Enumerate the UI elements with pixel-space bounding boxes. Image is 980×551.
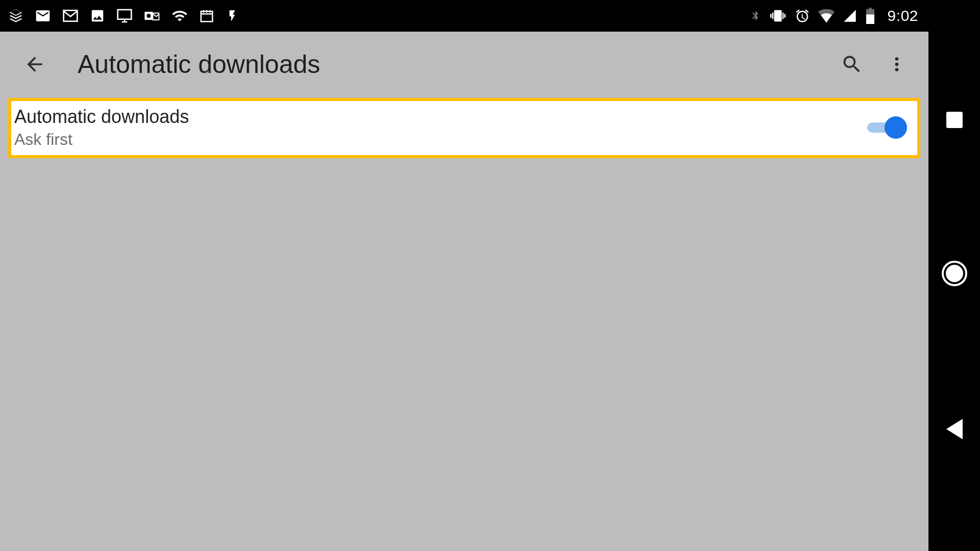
gmail-icon	[62, 8, 79, 24]
setting-title: Automatic downloads	[14, 105, 867, 129]
wifi-signal-icon	[818, 9, 835, 23]
calendar-icon	[199, 8, 214, 23]
back-nav-button[interactable]	[946, 419, 963, 439]
bolt-icon	[226, 8, 239, 23]
svg-rect-1	[118, 10, 132, 19]
automatic-downloads-row[interactable]: Automatic downloads Ask first	[8, 98, 920, 158]
search-icon	[841, 53, 863, 76]
stack-icon	[8, 8, 23, 23]
cell-signal-icon	[843, 9, 857, 23]
status-bar: 9:02	[0, 0, 928, 32]
more-vert-icon	[888, 53, 906, 76]
setting-subtitle: Ask first	[14, 129, 867, 151]
automatic-downloads-toggle[interactable]	[867, 116, 907, 139]
recents-button[interactable]	[946, 112, 963, 128]
navigation-bar	[928, 0, 980, 551]
circle-icon	[942, 261, 967, 286]
svg-point-8	[895, 68, 899, 71]
wifi-icon	[172, 8, 188, 24]
mail-icon	[35, 8, 51, 24]
back-button[interactable]	[20, 50, 49, 79]
bluetooth-icon	[750, 8, 761, 23]
svg-point-6	[895, 57, 899, 61]
svg-point-7	[895, 63, 899, 66]
status-right-icons: 9:02	[750, 7, 918, 24]
device-screen: 9:02 Automatic downloads Automatic downl…	[0, 0, 928, 551]
svg-rect-4	[201, 11, 213, 21]
arrow-back-icon	[23, 53, 46, 76]
svg-rect-5	[866, 14, 874, 24]
vibrate-icon	[769, 8, 787, 23]
outlook-icon	[144, 8, 160, 24]
switch-thumb	[885, 116, 907, 139]
settings-content: Automatic downloads Ask first	[0, 97, 928, 551]
square-icon	[946, 112, 963, 128]
page-title: Automatic downloads	[78, 49, 823, 79]
svg-point-3	[146, 14, 151, 18]
triangle-icon	[946, 419, 963, 439]
search-button[interactable]	[836, 48, 868, 81]
image-icon	[90, 8, 105, 23]
app-bar: Automatic downloads	[0, 32, 928, 97]
status-left-icons	[8, 8, 239, 24]
status-clock: 9:02	[888, 7, 918, 24]
display-icon	[116, 8, 133, 24]
home-button[interactable]	[942, 261, 967, 286]
battery-icon	[865, 8, 875, 24]
alarm-icon	[795, 8, 810, 23]
setting-text: Automatic downloads Ask first	[14, 105, 867, 150]
overflow-menu-button[interactable]	[880, 48, 913, 81]
